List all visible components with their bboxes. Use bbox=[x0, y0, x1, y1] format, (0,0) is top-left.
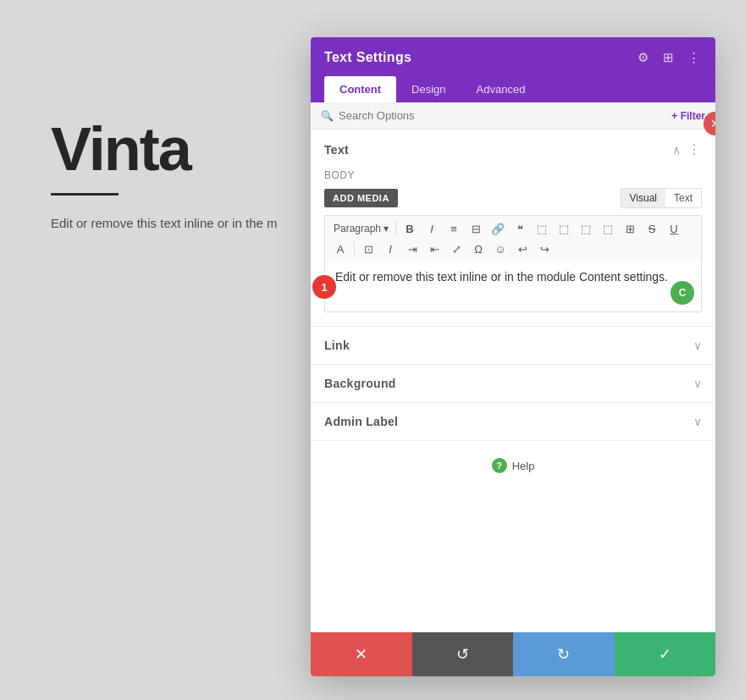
paste-button[interactable]: ⊡ bbox=[358, 240, 378, 258]
text-section: Text ∧ ⋮ Body ADD MEDIA Visual Text bbox=[311, 130, 715, 327]
text-section-content: Body ADD MEDIA Visual Text Paragraph ▾ B bbox=[311, 169, 715, 326]
refresh-button[interactable]: ↻ bbox=[513, 632, 615, 676]
text-section-title: Text bbox=[324, 143, 349, 157]
search-input[interactable] bbox=[339, 109, 671, 122]
modal-title-row: Text Settings ⚙ ⊞ ⋮ bbox=[324, 49, 702, 66]
editor-toolbar: Paragraph ▾ B I ≡ ⊟ 🔗 ❝ ⬚ ⬚ ⬚ ⬚ ⊞ S bbox=[324, 215, 702, 262]
chevron-down-admin: ∨ bbox=[693, 415, 702, 428]
visual-text-toggle: Visual Text bbox=[621, 188, 702, 208]
chevron-up-icon: ∧ bbox=[672, 143, 681, 157]
link-button[interactable]: 🔗 bbox=[488, 219, 508, 238]
link-section[interactable]: Link ∨ bbox=[311, 327, 715, 365]
tab-advanced[interactable]: Advanced bbox=[461, 76, 541, 102]
modal-tabs: Content Design Advanced bbox=[324, 76, 702, 102]
undo-button[interactable]: ↩ bbox=[512, 240, 533, 258]
search-icon: 🔍 bbox=[321, 110, 334, 122]
editor-toolbar-top: ADD MEDIA Visual Text bbox=[324, 188, 702, 208]
settings-icon[interactable]: ⚙ bbox=[634, 49, 651, 66]
special-char-button[interactable]: Ω bbox=[468, 240, 488, 258]
italic2-button[interactable]: I bbox=[380, 240, 400, 258]
strikethrough-button[interactable]: S bbox=[642, 219, 662, 238]
body-label: Body bbox=[324, 169, 702, 181]
toolbar-divider-2 bbox=[354, 242, 355, 256]
paragraph-dropdown-icon: ▾ bbox=[384, 223, 389, 234]
filter-button[interactable]: + Filter bbox=[671, 110, 705, 122]
columns-icon[interactable]: ⊞ bbox=[659, 49, 676, 66]
save-button[interactable]: ✓ bbox=[615, 632, 716, 676]
align-center-button[interactable]: ⬚ bbox=[554, 219, 574, 238]
align-right-button[interactable]: ⬚ bbox=[576, 219, 596, 238]
italic-button[interactable]: I bbox=[422, 219, 442, 238]
modal-footer: ✕ ↺ ↻ ✓ bbox=[311, 632, 715, 676]
editor-avatar: C bbox=[670, 281, 694, 305]
text-button[interactable]: Text bbox=[665, 189, 701, 207]
toolbar-divider-1 bbox=[395, 222, 396, 235]
blockquote-button[interactable]: ❝ bbox=[510, 219, 530, 238]
underline-button[interactable]: U bbox=[664, 219, 684, 238]
outdent-button[interactable]: ⇤ bbox=[424, 240, 444, 258]
ordered-list-button[interactable]: ⊟ bbox=[466, 219, 486, 238]
section-header-icons: ∧ ⋮ bbox=[672, 141, 702, 157]
step-indicator-1: 1 bbox=[312, 275, 336, 299]
admin-label-section-title: Admin Label bbox=[324, 415, 398, 428]
visual-button[interactable]: Visual bbox=[621, 189, 665, 207]
reset-button[interactable]: ↺ bbox=[412, 632, 514, 676]
editor-content-area[interactable]: Edit or remove this text inline or in th… bbox=[324, 262, 702, 312]
emoji-button[interactable]: ☺ bbox=[490, 240, 510, 258]
help-area: ? Help bbox=[311, 441, 715, 490]
tab-content[interactable]: Content bbox=[324, 76, 396, 102]
unordered-list-button[interactable]: ≡ bbox=[444, 219, 464, 238]
search-input-wrap: 🔍 bbox=[321, 109, 671, 122]
help-icon: ? bbox=[492, 458, 507, 473]
tab-design[interactable]: Design bbox=[396, 76, 461, 102]
indent-button[interactable]: ⇥ bbox=[402, 240, 422, 258]
chevron-down-link: ∨ bbox=[693, 339, 702, 352]
admin-label-section[interactable]: Admin Label ∨ bbox=[311, 403, 715, 441]
more-icon[interactable]: ⋮ bbox=[685, 49, 702, 66]
help-label[interactable]: Help bbox=[512, 460, 535, 472]
text-section-header[interactable]: Text ∧ ⋮ bbox=[311, 130, 715, 169]
align-left-button[interactable]: ⬚ bbox=[532, 219, 552, 238]
chevron-down-background: ∨ bbox=[693, 377, 702, 390]
background-section-title: Background bbox=[324, 377, 396, 390]
paragraph-select[interactable]: Paragraph ▾ bbox=[330, 221, 392, 236]
align-justify-button[interactable]: ⬚ bbox=[598, 219, 618, 238]
text-settings-modal: Text Settings ⚙ ⊞ ⋮ Content Design Advan… bbox=[311, 37, 715, 676]
bold-button[interactable]: B bbox=[400, 219, 420, 238]
modal-title: Text Settings bbox=[324, 50, 411, 65]
cancel-button[interactable]: ✕ bbox=[311, 632, 412, 676]
table-button[interactable]: ⊞ bbox=[620, 219, 640, 238]
paragraph-label: Paragraph bbox=[334, 223, 381, 234]
link-section-title: Link bbox=[324, 339, 350, 352]
search-bar: 🔍 + Filter bbox=[311, 102, 715, 130]
section-more-icon[interactable]: ⋮ bbox=[687, 141, 702, 157]
editor-text: Edit or remove this text inline or in th… bbox=[335, 270, 668, 284]
text-color-button[interactable]: A bbox=[330, 240, 350, 258]
fullscreen-button[interactable]: ⤢ bbox=[446, 240, 466, 258]
add-media-button[interactable]: ADD MEDIA bbox=[324, 189, 398, 207]
modal-body: Text ∧ ⋮ Body ADD MEDIA Visual Text bbox=[311, 130, 715, 632]
editor-wrap: 1 Edit or remove this text inline or in … bbox=[324, 262, 702, 312]
modal-header: Text Settings ⚙ ⊞ ⋮ Content Design Advan… bbox=[311, 37, 715, 102]
background-section[interactable]: Background ∨ bbox=[311, 365, 715, 403]
modal-header-icons: ⚙ ⊞ ⋮ bbox=[634, 49, 702, 66]
redo-button[interactable]: ↪ bbox=[534, 240, 555, 258]
